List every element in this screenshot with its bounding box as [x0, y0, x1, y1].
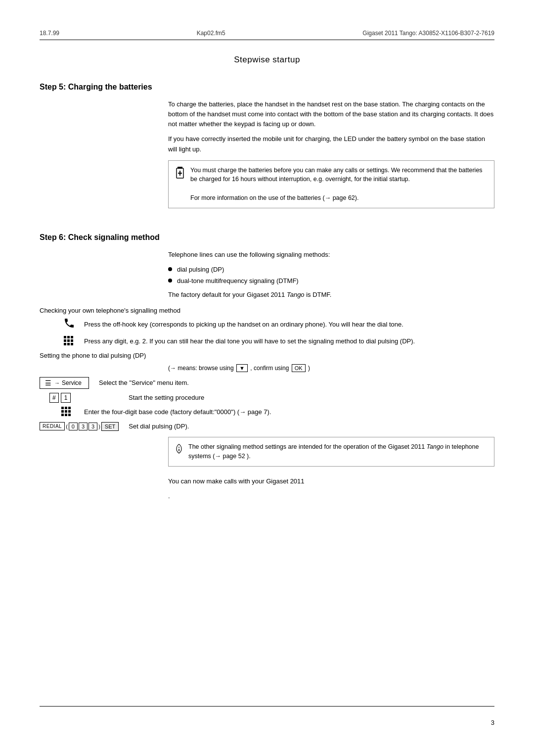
step5-info-text: You must charge the batteries before you… [190, 166, 488, 203]
redial-button: REDIAL [40, 422, 65, 430]
info-icon [175, 167, 185, 184]
closing-text: You can now make calls with your Gigaset… [168, 476, 494, 486]
offhook-icon-area [40, 317, 79, 332]
hash-button: # [49, 393, 59, 403]
bullet-text-2: dual-tone multifrequency signaling (DTMF… [177, 276, 299, 286]
step6-bullet-list: dial pulsing (DP) dual-tone multifrequen… [168, 265, 494, 286]
seq-close: ) [98, 424, 100, 429]
service-row: ☰ → Service Select the "Service" menu it… [40, 377, 494, 389]
bullet-dot-1 [168, 267, 172, 271]
step6-intro-area: Telephone lines can use the following si… [168, 250, 494, 300]
page: 18.7.99 Kap02.fm5 Gigaset 2011 Tango: A3… [0, 0, 534, 756]
setting-label: Setting the phone to dial pulsing (DP) [40, 352, 494, 359]
redial-sequence: REDIAL ( 0 3 3 ) SET [40, 422, 119, 431]
seq-open: ( [66, 424, 68, 429]
step5-para2: If you have correctly inserted the mobil… [168, 134, 494, 154]
header-rule [40, 40, 494, 40]
step5-info-box: You must charge the batteries before you… [168, 160, 494, 208]
hash-row: # 1 Start the setting procedure [40, 393, 494, 403]
hash-description: Start the setting procedure [129, 393, 204, 403]
seq-0-button: 0 [69, 423, 78, 430]
step5-content: To charge the batteries, place the hands… [40, 99, 494, 213]
bullet-item-1: dial pulsing (DP) [168, 265, 494, 275]
footer-rule [40, 706, 494, 707]
bullet-text-1: dial pulsing (DP) [177, 265, 224, 275]
step6-intro: Telephone lines can use the following si… [168, 250, 494, 260]
step5-heading: Step 5: Charging the batteries [40, 83, 494, 92]
check-step1-row: Press the off-hook key (corresponds to p… [40, 317, 494, 332]
step5-left [40, 99, 168, 213]
menu-arrow-icon: → [54, 380, 60, 386]
num1-button: 1 [61, 393, 71, 403]
menu-icon: ☰ [45, 379, 51, 387]
step5-para1: To charge the batteries, place the hands… [168, 99, 494, 129]
bullet-item-2: dual-tone multifrequency signaling (DTMF… [168, 276, 494, 286]
redial-row: REDIAL ( 0 3 3 ) SET Set dial pulsing (D… [40, 422, 494, 431]
header-product: Gigaset 2011 Tango: A30852-X1106-B307-2-… [362, 30, 494, 37]
keypad-icon [64, 336, 75, 347]
seq-3b-button: 3 [89, 423, 97, 430]
keypad-description: Enter the four-digit base code (factory … [84, 407, 271, 417]
set-button: SET [101, 422, 119, 431]
warning-text: The other signaling method settings are … [188, 442, 488, 461]
nav-ok-btn: OK [292, 364, 306, 372]
page-title: Stepwise startup [40, 55, 494, 65]
check-step2-text: Press any digit, e.g. 2. If you can stil… [84, 336, 415, 346]
step5-info-text1: You must charge the batteries before you… [190, 167, 483, 183]
step5-section: Step 5: Charging the batteries To charge… [40, 83, 494, 213]
service-menu-box: ☰ → Service [40, 377, 89, 389]
nav-browse-btn: ▼ [236, 364, 248, 372]
step6-factory-default: The factory default for your Gigaset 201… [168, 290, 494, 300]
nav-hint-row: (→ means: browse using ▼ , confirm using… [168, 364, 494, 372]
seq-3a-button: 3 [79, 423, 88, 430]
keypad2-icon [61, 407, 72, 418]
check-step1-text: Press the off-hook key (corresponds to p… [84, 320, 403, 330]
warning-box: The other signaling method settings are … [168, 437, 494, 467]
redial-description: Set dial pulsing (DP). [129, 422, 189, 431]
service-label-text: Service [62, 379, 82, 386]
step6-heading: Step 6: Check signaling method [40, 233, 494, 242]
nav-hint-text: (→ means: browse using ▼ , confirm using… [168, 364, 310, 372]
page-number: 3 [491, 719, 494, 726]
keypad2-icon-area [40, 407, 79, 418]
warning-text-content: The other signaling method settings are … [188, 443, 479, 460]
closing-dot: . [168, 491, 494, 501]
step5-right: To charge the batteries, place the hands… [168, 99, 494, 213]
svg-point-4 [178, 447, 179, 448]
service-description: Select the "Service" menu item. [99, 378, 189, 388]
closing-area: You can now make calls with your Gigaset… [168, 476, 494, 501]
header-date: 18.7.99 [40, 30, 59, 37]
keypad-row: Enter the four-digit base code (factory … [40, 407, 494, 418]
check-label: Checking your own telephone's signalling… [40, 307, 494, 314]
warning-icon [175, 443, 183, 457]
check-step2-row: Press any digit, e.g. 2. If you can stil… [40, 336, 494, 347]
header: 18.7.99 Kap02.fm5 Gigaset 2011 Tango: A3… [40, 30, 494, 37]
header-filename: Kap02.fm5 [197, 30, 225, 37]
hash-box: # 1 [40, 393, 119, 403]
step6-section: Step 6: Check signaling method Telephone… [40, 233, 494, 502]
step5-info-text2: For more information on the use of the b… [190, 194, 358, 201]
phone-offhook-icon [63, 317, 75, 332]
keypad-icon-area [40, 336, 79, 347]
bullet-dot-2 [168, 279, 172, 283]
